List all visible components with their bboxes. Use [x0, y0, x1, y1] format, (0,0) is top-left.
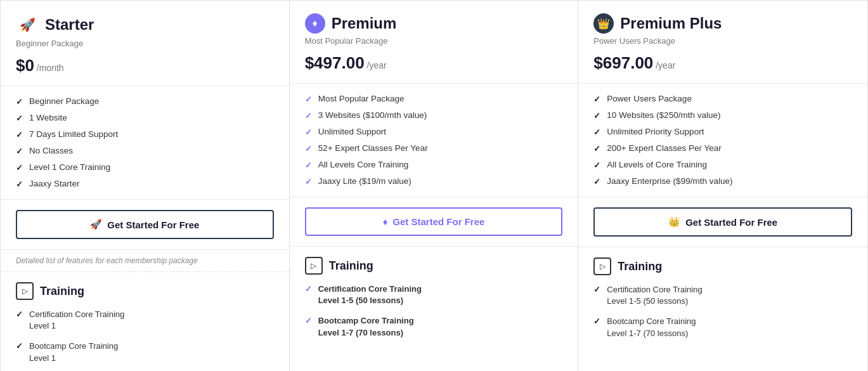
feature-item: ✓ 1 Website [16, 113, 274, 123]
check-icon: ✓ [305, 160, 312, 170]
cta-section: ♦ Get Started For Free [290, 197, 578, 247]
cta-label: Get Started For Free [392, 216, 484, 227]
training-item: ✓ Certification Core TrainingLevel 1-5 (… [593, 284, 852, 307]
cta-section: 👑 Get Started For Free [578, 197, 867, 247]
plan-name-row: ♦ Premium [305, 13, 563, 34]
pricing-grid: 🚀 Starter Beginner Package $0 /month ✓ B… [0, 0, 868, 371]
feature-item: ✓ All Levels of Core Training [593, 160, 852, 170]
training-play-icon: ▷ [593, 257, 611, 275]
feature-item: ✓ 3 Websites ($100/mth value) [305, 110, 563, 120]
check-icon: ✓ [593, 177, 600, 186]
plan-price: $497.00 /year [305, 53, 563, 73]
plan-subtitle: Most Popular Package [305, 36, 563, 46]
plan-col-premium: ♦ Premium Most Popular Package $497.00 /… [290, 1, 579, 371]
training-item: ✓ Bootcamp Core TrainingLevel 1-7 (70 le… [305, 315, 563, 338]
price-amount: $697.00 [593, 53, 653, 72]
check-icon: ✓ [16, 130, 23, 140]
feature-text: Jaaxy Starter [29, 179, 80, 188]
feature-text: No Classes [29, 146, 73, 155]
feature-text: All Levels Core Training [318, 160, 409, 169]
check-icon: ✓ [16, 179, 23, 189]
training-item-text: Certification Core TrainingLevel 1-5 (50… [607, 284, 702, 307]
cta-button-premium-plus[interactable]: 👑 Get Started For Free [593, 207, 852, 237]
plan-name: Premium [332, 15, 397, 32]
feature-text: Unlimited Support [318, 127, 386, 136]
feature-text: 7 Days Limited Support [29, 129, 118, 139]
check-icon: ✓ [305, 177, 312, 186]
price-period: /month [37, 63, 64, 73]
feature-item: ✓ 200+ Expert Classes Per Year [593, 143, 852, 153]
training-item-text: Bootcamp Core TrainingLevel 1-7 (70 less… [318, 315, 414, 338]
check-icon: ✓ [593, 111, 600, 120]
training-section: ▷ Training ✓ Certification Core Training… [1, 272, 289, 371]
training-item: ✓ Certification Core TrainingLevel 1-5 (… [305, 283, 563, 306]
check-icon: ✓ [305, 316, 312, 325]
training-item: ✓ Bootcamp Core TrainingLevel 1 [16, 341, 274, 363]
plan-col-premium-plus: 👑 Premium Plus Power Users Package $697.… [578, 1, 867, 371]
feature-text: All Levels of Core Training [607, 160, 707, 169]
cta-icon: 👑 [668, 216, 680, 228]
cta-label: Get Started For Free [107, 219, 199, 230]
feature-text: 200+ Expert Classes Per Year [607, 143, 721, 153]
check-icon: ✓ [593, 94, 600, 104]
check-icon: ✓ [16, 97, 23, 107]
check-icon: ✓ [305, 111, 312, 120]
feature-item: ✓ Most Popular Package [305, 94, 563, 104]
price-amount: $0 [16, 56, 34, 75]
cta-section: 🚀 Get Started For Free [1, 200, 289, 250]
feature-item: ✓ 7 Days Limited Support [16, 129, 274, 140]
feature-item: ✓ All Levels Core Training [305, 160, 563, 170]
price-period: /year [367, 60, 387, 70]
feature-item: ✓ No Classes [16, 146, 274, 156]
feature-item: ✓ Jaaxy Lite ($19/m value) [305, 176, 563, 186]
feature-item: ✓ 52+ Expert Classes Per Year [305, 143, 563, 153]
training-section: ▷ Training ✓ Certification Core Training… [578, 247, 867, 358]
plan-subtitle: Power Users Package [593, 36, 852, 46]
plan-price: $697.00 /year [593, 53, 852, 73]
cta-button-starter[interactable]: 🚀 Get Started For Free [16, 210, 274, 239]
training-item-text: Bootcamp Core TrainingLevel 1 [29, 341, 118, 363]
training-label: Training [40, 285, 84, 298]
cta-button-premium[interactable]: ♦ Get Started For Free [305, 207, 563, 236]
plan-col-starter: 🚀 Starter Beginner Package $0 /month ✓ B… [1, 1, 290, 371]
cta-icon: 🚀 [90, 219, 102, 230]
feature-text: Beginner Package [29, 96, 99, 106]
feature-item: ✓ Unlimited Support [305, 127, 563, 137]
check-icon: ✓ [16, 309, 23, 319]
check-icon: ✓ [16, 114, 23, 123]
check-icon: ✓ [593, 285, 600, 294]
feature-text: Unlimited Priority Support [607, 127, 704, 136]
training-item-text: Certification Core TrainingLevel 1-5 (50… [318, 283, 422, 306]
feature-text: 3 Websites ($100/mth value) [318, 110, 427, 120]
plan-subtitle: Beginner Package [16, 39, 274, 48]
features-section: ✓ Beginner Package ✓ 1 Website ✓ 7 Days … [1, 86, 289, 200]
training-label: Training [329, 259, 373, 273]
plan-name: Starter [45, 16, 94, 34]
plan-name-row: 🚀 Starter [16, 13, 274, 36]
training-item: ✓ Bootcamp Core TrainingLevel 1-7 (70 le… [593, 316, 852, 339]
feature-item: ✓ Jaaxy Enterprise ($99/mth value) [593, 176, 852, 186]
features-section: ✓ Power Users Package ✓ 10 Websites ($25… [578, 84, 867, 197]
feature-text: Jaaxy Lite ($19/m value) [318, 176, 411, 186]
training-label: Training [618, 260, 662, 273]
feature-item: ✓ Level 1 Core Training [16, 162, 274, 172]
plan-header: ♦ Premium Most Popular Package $497.00 /… [290, 1, 578, 84]
features-section: ✓ Most Popular Package ✓ 3 Websites ($10… [290, 84, 578, 197]
feature-text: 52+ Expert Classes Per Year [318, 143, 428, 153]
cta-label: Get Started For Free [685, 217, 777, 228]
training-header: ▷ Training [16, 282, 274, 300]
feature-text: Level 1 Core Training [29, 162, 110, 172]
plan-icon-premium-plus: 👑 [593, 13, 614, 34]
plan-icon-starter: 🚀 [16, 13, 39, 36]
check-icon: ✓ [305, 94, 312, 104]
detailed-note: Detailed list of features for each membe… [1, 250, 289, 272]
feature-text: 1 Website [29, 113, 67, 122]
plan-header: 👑 Premium Plus Power Users Package $697.… [578, 1, 867, 84]
check-icon: ✓ [593, 127, 600, 137]
plan-price: $0 /month [16, 56, 274, 75]
plan-name-row: 👑 Premium Plus [593, 13, 852, 34]
feature-text: Power Users Package [607, 94, 692, 103]
plan-name: Premium Plus [620, 15, 722, 32]
feature-text: Most Popular Package [318, 94, 405, 103]
feature-item: ✓ Unlimited Priority Support [593, 127, 852, 137]
